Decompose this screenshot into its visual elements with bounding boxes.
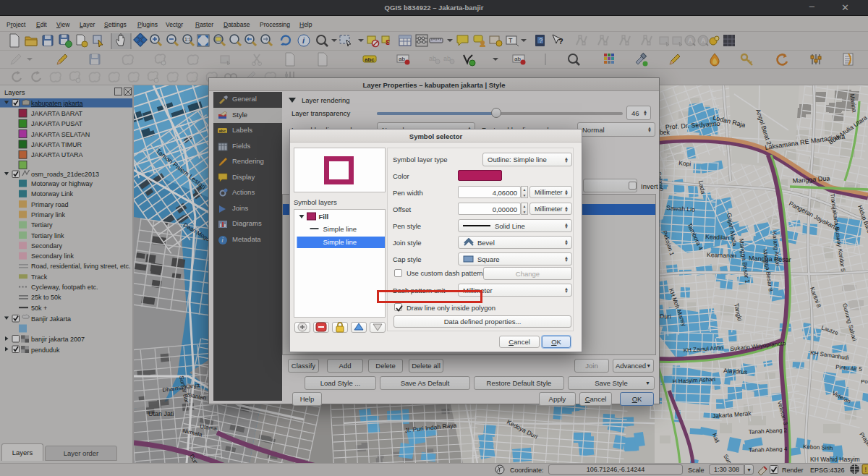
svg-text:Fill: Fill [319,213,329,221]
svg-text:Simple line: Simple line [323,238,357,246]
svg-text:Simple line: Simple line [323,225,357,233]
